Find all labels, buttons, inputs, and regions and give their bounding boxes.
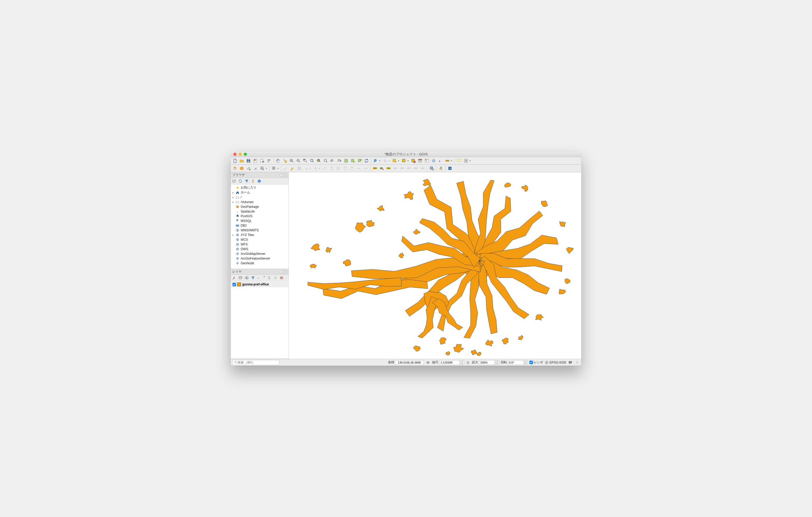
tree-expand-icon[interactable]: ▸ xyxy=(232,201,234,203)
label-show-button[interactable]: ab xyxy=(385,165,392,172)
browser-refresh-button[interactable] xyxy=(238,179,243,183)
new-shapefile-button[interactable] xyxy=(245,165,252,172)
tree-item[interactable]: WFS xyxy=(231,242,289,247)
rotation-spinner[interactable]: ▴▾ xyxy=(524,360,528,365)
processing-toolbox-button[interactable] xyxy=(431,158,437,164)
new-spatialite-button[interactable] xyxy=(252,165,258,172)
panel-close-button[interactable]: × xyxy=(284,174,287,176)
dropdown-arrow-icon[interactable]: ▼ xyxy=(263,275,265,280)
tree-item[interactable]: お気に入り xyxy=(231,185,289,190)
tree-item[interactable]: ▸XYZ Tiles xyxy=(231,233,289,237)
tree-item[interactable]: ▸/ xyxy=(231,195,289,200)
layer-visibility-button[interactable] xyxy=(244,275,249,280)
dropdown-arrow-icon[interactable]: ▼ xyxy=(451,160,453,162)
map-canvas[interactable] xyxy=(289,172,581,359)
zoom-last-button[interactable] xyxy=(329,158,336,164)
rotation-input[interactable] xyxy=(508,360,523,365)
layer-add-group-button[interactable] xyxy=(238,275,243,280)
dropdown-arrow-icon[interactable]: ▼ xyxy=(407,160,409,162)
tree-item[interactable]: GeoNode xyxy=(231,261,289,266)
node-tool-button[interactable] xyxy=(322,165,328,172)
layer-collapse-button[interactable] xyxy=(273,275,278,280)
new-memory-layer-button[interactable] xyxy=(271,165,277,172)
paste-button[interactable] xyxy=(349,165,355,172)
browser-tree[interactable]: お気に入り▸ホーム▸/▸/VolumesGeoPackageSpatiaLite… xyxy=(231,185,289,269)
layout-manager-button[interactable] xyxy=(259,158,265,164)
new-geopackage-button[interactable] xyxy=(239,165,245,172)
tree-item[interactable]: ArcGisMapServer xyxy=(231,251,289,256)
select-all-button[interactable] xyxy=(401,158,407,164)
locator-search[interactable] xyxy=(232,360,280,365)
tree-item[interactable]: ▸ホーム xyxy=(231,190,289,195)
dropdown-arrow-icon[interactable]: ▼ xyxy=(388,160,390,162)
toggle-extents-button[interactable] xyxy=(425,360,431,365)
layers-list[interactable]: gunma-pref-office xyxy=(231,281,289,359)
action-button[interactable] xyxy=(382,158,388,164)
browser-collapse-button[interactable] xyxy=(251,179,255,183)
move-feature-button[interactable] xyxy=(312,165,319,172)
label-highlight-button[interactable]: ab xyxy=(379,165,385,172)
tree-item[interactable]: ▸/Volumes xyxy=(231,200,289,204)
style-manager-button[interactable]: a xyxy=(266,158,272,164)
locator-input[interactable] xyxy=(237,361,278,364)
label-tool5-button[interactable]: abc xyxy=(419,165,426,172)
redo-button[interactable] xyxy=(362,165,369,172)
select-features-button[interactable] xyxy=(392,158,398,164)
layer-remove-button[interactable] xyxy=(280,275,284,280)
dropdown-arrow-icon[interactable]: ▼ xyxy=(379,160,381,162)
new-project-button[interactable] xyxy=(232,158,238,164)
help-button[interactable]: ? xyxy=(447,165,453,172)
tree-expand-icon[interactable]: ▸ xyxy=(232,234,234,236)
dropdown-arrow-icon[interactable]: ▼ xyxy=(398,160,400,162)
layer-visibility-checkbox[interactable] xyxy=(233,283,236,286)
lock-scale-button[interactable] xyxy=(466,360,470,365)
zoom-in-button[interactable] xyxy=(289,158,295,164)
add-layer-button[interactable] xyxy=(232,179,236,183)
save-edits-button[interactable] xyxy=(296,165,302,172)
current-edits-button[interactable] xyxy=(283,165,289,172)
zoom-native-button[interactable] xyxy=(302,158,309,164)
browser-filter-button[interactable] xyxy=(244,179,249,183)
magnifier-input[interactable] xyxy=(479,360,495,365)
label-rotate-button[interactable]: abc xyxy=(399,165,405,172)
tree-expand-icon[interactable]: ▸ xyxy=(232,191,234,194)
crs-field[interactable]: EPSG:4326 xyxy=(545,360,566,365)
layer-expand-button[interactable] xyxy=(267,275,271,280)
label-tool3-button[interactable]: abc xyxy=(406,165,412,172)
tree-item[interactable]: WCS xyxy=(231,237,289,242)
label-button[interactable]: abc xyxy=(372,165,378,172)
deselect-button[interactable] xyxy=(410,158,416,164)
pan-button[interactable] xyxy=(275,158,281,164)
dropdown-arrow-icon[interactable]: ▼ xyxy=(319,167,321,170)
tree-item[interactable]: PostGIS xyxy=(231,214,289,218)
attribute-table-button[interactable] xyxy=(417,158,423,164)
scale-input[interactable] xyxy=(439,360,460,365)
zoom-layer-button[interactable] xyxy=(323,158,329,164)
label-move-button[interactable]: abc xyxy=(392,165,399,172)
tree-item[interactable]: ArcGisFeatureServer xyxy=(231,256,289,261)
maximize-button[interactable] xyxy=(244,153,247,156)
statistics-button[interactable]: Σ xyxy=(437,158,444,164)
layer-expression-button[interactable]: ε xyxy=(257,275,262,280)
add-feature-button[interactable] xyxy=(303,165,309,172)
minimize-button[interactable] xyxy=(239,153,242,156)
layer-style-button[interactable] xyxy=(232,275,236,280)
dropdown-arrow-icon[interactable]: ▼ xyxy=(265,167,267,170)
new-layout-button[interactable] xyxy=(252,158,258,164)
layer-filter-button[interactable] xyxy=(251,275,255,280)
render-checkbox[interactable] xyxy=(529,361,533,364)
field-calculator-button[interactable] xyxy=(424,158,430,164)
scale-spinner[interactable]: ▴▾ xyxy=(460,360,464,365)
dropdown-arrow-icon[interactable]: ▼ xyxy=(277,167,279,170)
data-source-manager-button[interactable] xyxy=(232,165,238,172)
dropdown-arrow-icon[interactable]: ▼ xyxy=(469,160,471,162)
panel-undock-button[interactable]: ▫ xyxy=(280,174,283,176)
pan-to-selection-button[interactable] xyxy=(282,158,288,164)
close-button[interactable] xyxy=(233,153,236,156)
open-project-button[interactable] xyxy=(239,158,245,164)
refresh-button[interactable] xyxy=(364,158,370,164)
metasearch-button[interactable] xyxy=(429,165,435,172)
delete-selected-button[interactable] xyxy=(328,165,335,172)
tree-item[interactable]: WMS/WMTS xyxy=(231,228,289,233)
tree-item[interactable]: MSSQL xyxy=(231,218,289,223)
